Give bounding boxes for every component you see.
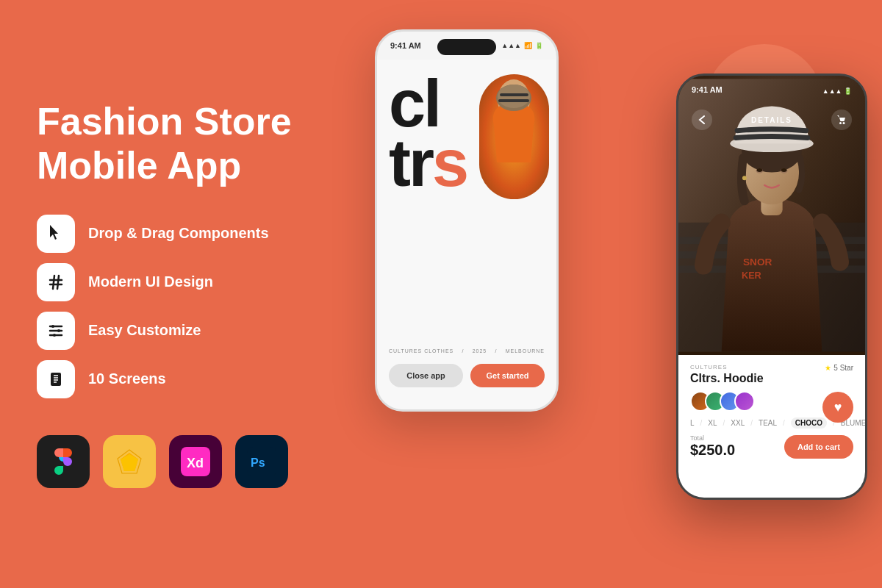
svg-point-7	[51, 325, 54, 328]
svg-point-45	[839, 122, 842, 124]
feature-customize-label: Easy Customize	[88, 322, 201, 339]
feature-drag: Drop & Drag Components	[37, 215, 316, 253]
main-container: Fashion Store Mobile App Drop & Drag Com…	[0, 0, 882, 588]
phone2-status-icons: ▲▲▲ 🔋	[822, 83, 852, 96]
close-app-button[interactable]: Close app	[389, 364, 463, 387]
phone2-hero: SNOR KER	[678, 76, 865, 355]
phone-2: SNOR KER	[676, 74, 867, 500]
phone1-model-image	[479, 74, 549, 199]
feature-screens: 10 Screens	[37, 360, 316, 398]
phone2-product-info: CULTURES Cltrs. Hoodie ★ 5 Star ♥ L / XL	[678, 355, 865, 500]
back-arrow-icon	[697, 115, 707, 125]
xd-tool: Xd	[169, 435, 222, 488]
sketch-icon	[115, 447, 144, 476]
svg-text:Xd: Xd	[187, 456, 204, 470]
screen-icon-box	[37, 360, 75, 398]
phone1-buttons: Close app Get started	[389, 364, 545, 387]
product-rating: ★ 5 Star	[825, 364, 853, 372]
total-price: $250.0	[690, 442, 735, 459]
phone1-footer-text: CULTURES CLOTHES / 2025 / MELBOURNE	[389, 348, 545, 354]
add-to-cart-button[interactable]: Add to cart	[784, 435, 853, 459]
avatar-4	[734, 391, 755, 412]
left-panel: Fashion Store Mobile App Drop & Drag Com…	[0, 0, 353, 588]
svg-rect-10	[51, 373, 61, 386]
right-panel: 9:41 AM ▲▲▲ 📶 🔋	[353, 0, 882, 588]
phone2-time: 9:41 AM	[692, 85, 723, 94]
phone2-status-bar: 9:41 AM ▲▲▲ 🔋	[678, 76, 865, 104]
hash-icon-box	[37, 263, 75, 301]
product-total-row: Total $250.0 Add to cart	[690, 434, 853, 459]
sliders-icon-box	[37, 312, 75, 350]
drag-icon-box	[37, 215, 75, 253]
product-name: Cltrs. Hoodie	[690, 372, 853, 385]
svg-point-9	[53, 334, 56, 337]
get-started-button[interactable]: Get started	[470, 364, 545, 387]
heart-button[interactable]: ♥	[822, 392, 853, 423]
feature-drag-label: Drop & Drag Components	[88, 225, 269, 242]
phone1-status-icons: ▲▲▲ 📶 🔋	[501, 42, 543, 49]
phone2-details-label: DETAILS	[751, 116, 792, 124]
feature-modern-label: Modern UI Design	[88, 273, 213, 290]
ps-icon: Ps	[247, 447, 276, 476]
svg-point-8	[57, 329, 60, 332]
svg-text:SNOR: SNOR	[743, 257, 772, 268]
svg-point-46	[842, 122, 845, 124]
ps-tool: Ps	[235, 435, 288, 488]
screen-icon	[47, 370, 65, 388]
phone1-content: cl tr s CULTURES CLOTHES / 2025 / MELBOU…	[377, 60, 556, 409]
svg-point-44	[742, 176, 747, 180]
svg-line-3	[57, 276, 59, 289]
main-title: Fashion Store Mobile App	[37, 100, 316, 188]
phone2-header: DETAILS	[678, 104, 865, 136]
feature-customize: Easy Customize	[37, 312, 316, 350]
svg-point-42	[756, 168, 762, 172]
model-silhouette	[479, 74, 549, 199]
feature-modern: Modern UI Design	[37, 263, 316, 301]
phone2-back-button[interactable]	[692, 110, 712, 130]
svg-point-43	[781, 168, 787, 172]
xd-icon: Xd	[181, 447, 210, 476]
phone1-footer: CULTURES CLOTHES / 2025 / MELBOURNE Clos…	[377, 348, 556, 387]
sliders-icon	[47, 322, 65, 340]
cursor-icon	[47, 225, 65, 243]
star-icon: ★	[825, 364, 831, 372]
total-section: Total $250.0	[690, 434, 735, 459]
sketch-tool	[103, 435, 156, 488]
svg-text:Ps: Ps	[251, 456, 265, 469]
phone-1: 9:41 AM ▲▲▲ 📶 🔋	[375, 29, 559, 412]
phone1-time: 9:41 AM	[390, 41, 421, 50]
phone2-cart-button[interactable]	[831, 110, 852, 130]
phone-notch	[437, 39, 496, 55]
feature-screens-label: 10 Screens	[88, 370, 166, 387]
features-list: Drop & Drag Components Modern UI Design	[37, 215, 316, 398]
tools-row: Xd Ps	[37, 435, 316, 488]
total-label: Total	[690, 434, 735, 442]
cart-icon	[836, 115, 847, 125]
figma-tool	[37, 435, 90, 488]
figma-icon	[50, 448, 76, 475]
hash-icon	[47, 273, 65, 291]
svg-text:KER: KER	[742, 270, 761, 281]
svg-line-2	[53, 276, 54, 289]
